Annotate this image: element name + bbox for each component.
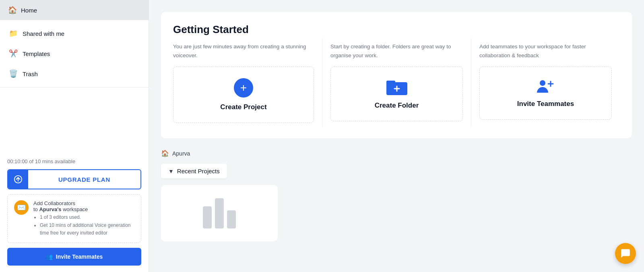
create-folder-icon <box>386 78 407 96</box>
create-project-icon: + <box>234 78 253 98</box>
svg-point-5 <box>540 80 545 86</box>
project-card[interactable] <box>161 185 278 241</box>
upgrade-label: UPGRADE PLAN <box>28 171 140 188</box>
upgrade-icon <box>14 175 23 184</box>
invite-teammates-icon-main <box>535 78 556 94</box>
templates-icon: ✂️ <box>9 49 18 58</box>
workspace-home-icon: 🏠 <box>161 149 169 157</box>
bar-3 <box>227 210 236 228</box>
collab-text: Add Collaborators to Apurva's workspace … <box>33 200 134 237</box>
invite-teammates-card[interactable]: Invite Teammates <box>479 66 612 120</box>
upgrade-icon-part <box>8 170 28 189</box>
getting-started-actions: You are just few minutes away from creat… <box>173 38 620 127</box>
main-content: Getting Started You are just few minutes… <box>149 0 644 272</box>
chat-widget-button[interactable] <box>615 243 636 264</box>
shared-icon: 📁 <box>9 29 18 38</box>
envelope-icon: ✉️ <box>14 200 29 215</box>
sidebar-nav: 📁 Shared with me ✂️ Templates 🗑️ Trash <box>0 20 149 87</box>
create-folder-card[interactable]: Create Folder <box>330 66 463 121</box>
create-project-col: You are just few minutes away from creat… <box>173 38 322 127</box>
invite-teammates-col: Add teammates to your workspace for fast… <box>471 38 620 127</box>
sidebar-home-item[interactable]: 🏠 Home <box>0 0 149 20</box>
create-project-label: Create Project <box>220 103 266 111</box>
workspace-breadcrumb: 🏠 Apurva <box>161 149 632 157</box>
create-project-desc: You are just few minutes away from creat… <box>173 42 314 60</box>
collab-title: Add Collaborators to Apurva's workspace <box>33 200 134 212</box>
collab-top: ✉️ Add Collaborators to Apurva's workspa… <box>14 200 134 237</box>
project-placeholder-bars <box>203 198 236 228</box>
recent-projects-toggle[interactable]: ▼ Recent Projects <box>161 164 227 179</box>
workspace-name-label: Apurva <box>172 150 190 157</box>
folder-svg <box>386 78 407 96</box>
sidebar-item-trash[interactable]: 🗑️ Trash <box>0 64 149 84</box>
collab-bullet-1: 1 of 3 editors used. <box>40 214 134 221</box>
invite-teammates-label: Invite Teammates <box>517 100 574 108</box>
invite-teammates-button[interactable]: 👥 Invite Teammates <box>7 248 141 266</box>
time-info-label: 00:10:00 of 10 mins available <box>7 158 141 164</box>
chat-icon <box>620 248 631 259</box>
create-project-card[interactable]: + Create Project <box>173 66 314 123</box>
workspace-name: Apurva's <box>39 206 61 212</box>
invite-teammates-desc: Add teammates to your workspace for fast… <box>479 42 612 60</box>
svg-rect-2 <box>386 81 395 85</box>
bar-1 <box>203 206 212 228</box>
create-folder-desc: Start by creating a folder. Folders are … <box>330 42 463 60</box>
sidebar-item-templates[interactable]: ✂️ Templates <box>0 44 149 64</box>
sidebar-trash-label: Trash <box>23 71 38 77</box>
sidebar-bottom: 00:10:00 of 10 mins available UPGRADE PL… <box>0 152 149 272</box>
recent-projects-label: Recent Projects <box>177 168 220 174</box>
trash-icon: 🗑️ <box>9 69 18 78</box>
workspace-section: 🏠 Apurva ▼ Recent Projects <box>161 149 632 241</box>
sidebar-templates-label: Templates <box>23 50 50 57</box>
collab-bullets: 1 of 3 editors used. Get 10 mins of addi… <box>33 214 134 237</box>
collaborators-box: ✉️ Add Collaborators to Apurva's workspa… <box>7 194 141 243</box>
invite-teammates-icon: 👥 <box>46 253 53 260</box>
sidebar-shared-label: Shared with me <box>23 30 64 37</box>
collab-bullet-2: Get 10 mins of additional Voice generati… <box>40 222 134 237</box>
getting-started-title: Getting Started <box>173 23 620 36</box>
upgrade-plan-button[interactable]: UPGRADE PLAN <box>7 169 141 189</box>
create-folder-label: Create Folder <box>375 102 419 110</box>
create-folder-col: Start by creating a folder. Folders are … <box>322 38 471 127</box>
workspace-suffix: workspace <box>62 206 88 212</box>
sidebar-item-shared[interactable]: 📁 Shared with me <box>0 23 149 44</box>
getting-started-card: Getting Started You are just few minutes… <box>161 12 632 138</box>
invite-btn-label: Invite Teammates <box>56 253 103 260</box>
invite-svg <box>535 78 556 94</box>
sidebar-home-label: Home <box>21 7 37 14</box>
home-icon: 🏠 <box>8 6 17 15</box>
sidebar: 🏠 Home 📁 Shared with me ✂️ Templates 🗑️ … <box>0 0 149 272</box>
chevron-down-icon: ▼ <box>168 168 174 174</box>
bar-2 <box>215 198 224 228</box>
